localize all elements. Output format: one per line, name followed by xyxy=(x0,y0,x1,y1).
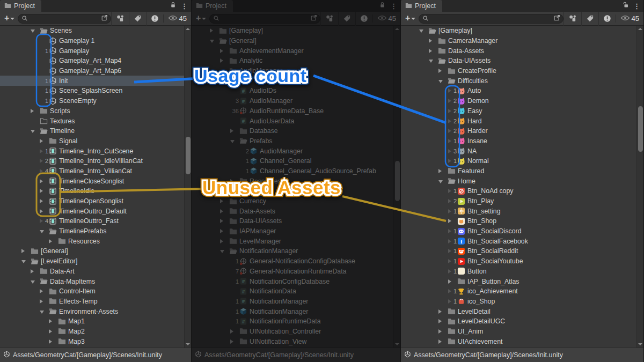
tree-row[interactable]: Data-Assets xyxy=(192,206,393,216)
expander-closed-icon[interactable] xyxy=(448,159,451,163)
tree-row[interactable]: LevelManager xyxy=(192,236,393,246)
tree-row[interactable]: 1Btn_SocialYoutube xyxy=(401,256,636,267)
expander-closed-icon[interactable] xyxy=(220,219,223,223)
tree-row[interactable]: CameraManager xyxy=(401,36,636,46)
scroll-down-arrow[interactable] xyxy=(186,343,190,345)
tree-row[interactable]: 36AudioRuntimeData_Base xyxy=(192,106,393,116)
tree-row[interactable]: Scripts xyxy=(0,106,184,116)
tree-row[interactable]: #AudioIDs xyxy=(192,86,393,96)
hidden-items-eye-button[interactable]: 45 xyxy=(372,14,398,23)
tree-row[interactable]: 1Channel_General xyxy=(192,156,393,166)
tree-row[interactable]: CreateProfile xyxy=(401,66,636,76)
expander-closed-icon[interactable] xyxy=(448,149,451,153)
tree-row[interactable]: Timeline xyxy=(0,126,184,136)
tree-row[interactable]: Textures xyxy=(0,116,184,126)
open-search-window-icon[interactable] xyxy=(101,14,108,24)
expander-closed-icon[interactable] xyxy=(210,28,213,33)
warnings-button[interactable] xyxy=(598,12,616,26)
expander-closed-icon[interactable] xyxy=(31,269,34,274)
tree-row[interactable]: Data-Art xyxy=(0,267,184,277)
tree-row[interactable]: [Gameplay] xyxy=(192,26,393,36)
expander-closed-icon[interactable] xyxy=(220,58,223,63)
tree-row[interactable]: 1#NotificationConfigDatabase xyxy=(192,276,393,286)
tree-row[interactable]: Map3 xyxy=(0,336,184,346)
expander-closed-icon[interactable] xyxy=(438,309,442,314)
expander-open-icon[interactable] xyxy=(31,130,35,133)
tree-row[interactable]: 1Btn_setting xyxy=(401,206,636,216)
scroll-down-arrow[interactable] xyxy=(638,343,642,345)
tree-row[interactable]: UI_Anim xyxy=(401,327,636,337)
tree-row[interactable]: 1Insane xyxy=(401,136,636,146)
tree-row[interactable]: 2Harder xyxy=(401,126,636,136)
expander-closed-icon[interactable] xyxy=(49,319,52,323)
warnings-button[interactable] xyxy=(146,12,163,26)
tree-row[interactable]: 2Btn_Play xyxy=(401,196,636,206)
filter-by-type-button[interactable] xyxy=(320,12,338,26)
expander-closed-icon[interactable] xyxy=(448,139,451,143)
expander-open-icon[interactable] xyxy=(230,140,235,143)
tree-row[interactable]: Scenes xyxy=(0,26,184,36)
expander-open-icon[interactable] xyxy=(31,280,35,284)
expander-open-icon[interactable] xyxy=(210,40,214,43)
tree-row[interactable]: 1#NotificationRuntimeData xyxy=(192,316,393,327)
tree-row[interactable]: Btn_Shop xyxy=(401,216,636,226)
expander-closed-icon[interactable] xyxy=(40,299,43,304)
tree-row[interactable]: Signal xyxy=(0,136,184,146)
kebab-menu-icon[interactable]: ⋮ xyxy=(181,3,188,10)
tree-row[interactable]: [LevelEditor] xyxy=(0,256,184,267)
tree-row[interactable]: UINotification_Controller xyxy=(192,327,393,337)
expander-closed-icon[interactable] xyxy=(21,249,25,253)
lock-icon[interactable] xyxy=(170,1,177,11)
expander-closed-icon[interactable] xyxy=(448,99,451,103)
tree-row[interactable]: 1Init xyxy=(0,76,184,86)
tree-row[interactable]: TimelineOuttro_Default xyxy=(0,206,184,216)
expander-closed-icon[interactable] xyxy=(448,109,451,113)
tree-row[interactable]: [General] xyxy=(192,36,393,46)
expander-closed-icon[interactable] xyxy=(429,39,432,43)
tree-row[interactable]: AchievementManager xyxy=(192,46,393,56)
scrollbar-thumb[interactable] xyxy=(186,137,191,174)
tree-row[interactable]: Difficulties xyxy=(401,76,636,86)
tree-row[interactable]: Effects-Temp xyxy=(0,297,184,307)
expander-closed-icon[interactable] xyxy=(448,299,451,304)
filter-by-label-button[interactable] xyxy=(581,12,598,26)
tree-row[interactable]: Database xyxy=(192,126,393,136)
expander-open-icon[interactable] xyxy=(429,60,433,63)
scroll-up-arrow[interactable] xyxy=(638,28,642,30)
tree-row[interactable]: Gameplay_Art_Map6 xyxy=(0,66,184,76)
tree-row[interactable]: IAP_Button_Atlas xyxy=(401,276,636,286)
tree-row[interactable]: UIAchievement xyxy=(401,336,636,346)
tab-project[interactable]: Project xyxy=(401,0,442,12)
tree-row[interactable]: 1Timeline_Intro_CutScene xyxy=(0,146,184,156)
tree-row[interactable]: 1Btn_SocialReddit xyxy=(401,246,636,256)
hidden-items-eye-button[interactable]: 45 xyxy=(163,14,189,23)
expander-open-icon[interactable] xyxy=(438,80,443,83)
tree-row[interactable]: Control-Item xyxy=(0,286,184,297)
expander-closed-icon[interactable] xyxy=(448,199,451,203)
tree-row[interactable]: 2Demon xyxy=(401,96,636,106)
expander-closed-icon[interactable] xyxy=(40,219,43,223)
expander-open-icon[interactable] xyxy=(220,250,224,253)
tree-row[interactable]: 3#AudioManager xyxy=(192,96,393,106)
open-search-window-icon[interactable] xyxy=(310,14,318,24)
tab-project[interactable]: Project xyxy=(192,0,233,12)
warnings-button[interactable] xyxy=(355,12,372,26)
tree-row[interactable]: NotificationManager xyxy=(192,246,393,256)
expander-closed-icon[interactable] xyxy=(438,339,442,344)
tree-row[interactable]: #NotificationData xyxy=(192,286,393,297)
tree-row[interactable]: 1ico_Shop xyxy=(401,297,636,307)
expander-closed-icon[interactable] xyxy=(448,119,451,123)
vertical-scrollbar[interactable] xyxy=(184,26,191,348)
kebab-menu-icon[interactable]: ⋮ xyxy=(633,3,640,10)
tree-row[interactable]: [General] xyxy=(0,246,184,256)
tree-row[interactable]: 1fBtn_SocialFacebook xyxy=(401,236,636,246)
tree-row[interactable]: 1Normal xyxy=(401,156,636,166)
tree-row[interactable]: 7General-NotificationRuntimeData xyxy=(192,267,393,277)
tree-row[interactable]: Resources xyxy=(0,236,184,246)
scrollbar-thumb[interactable] xyxy=(395,161,400,201)
lock-icon[interactable] xyxy=(379,1,386,11)
expander-closed-icon[interactable] xyxy=(220,199,223,203)
expander-closed-icon[interactable] xyxy=(220,229,223,233)
expander-closed-icon[interactable] xyxy=(448,239,451,243)
expander-closed-icon[interactable] xyxy=(49,329,52,334)
